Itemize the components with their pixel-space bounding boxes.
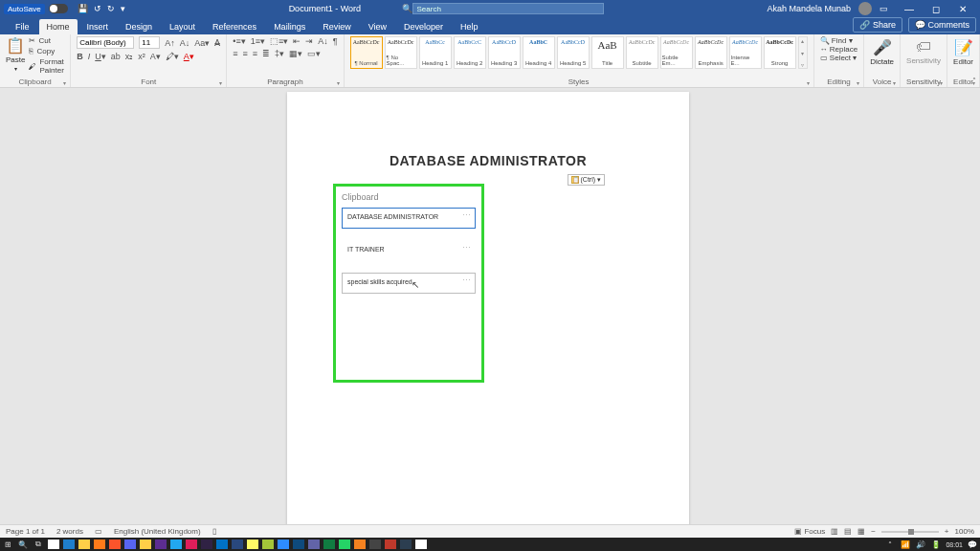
tray-notifications-icon[interactable]: 💬 (967, 540, 978, 549)
style-heading1[interactable]: AaBbCcHeading 1 (419, 36, 452, 69)
taskbar-app-icon[interactable] (293, 540, 304, 549)
taskbar-app-icon[interactable] (155, 540, 167, 549)
taskbar-app-icon[interactable] (308, 540, 320, 549)
start-button[interactable]: ⊞ (2, 540, 13, 549)
clipboard-item-menu-icon[interactable]: ⋯ (462, 210, 472, 220)
tab-file[interactable]: File (8, 19, 37, 34)
clipboard-item-3[interactable]: special skills acquired ⋯ ↖ (342, 273, 476, 294)
focus-button[interactable]: ▣ Focus (794, 527, 825, 536)
web-layout-icon[interactable]: ▦ (858, 527, 865, 536)
taskbar-app-icon[interactable] (278, 540, 289, 549)
underline-icon[interactable]: U▾ (95, 52, 106, 61)
taskbar-app-icon[interactable] (415, 540, 427, 549)
paste-options-button[interactable]: 📋 (Ctrl) ▾ (568, 174, 606, 186)
taskbar-app-icon[interactable] (262, 540, 274, 549)
zoom-out-icon[interactable]: − (871, 527, 876, 536)
font-color-icon[interactable]: A▾ (184, 52, 194, 61)
taskbar-app-icon[interactable] (48, 540, 59, 549)
zoom-slider[interactable] (881, 531, 939, 533)
clear-format-icon[interactable]: A̶ (214, 38, 220, 48)
print-layout-icon[interactable]: ▤ (844, 527, 852, 536)
taskbar-search-icon[interactable]: 🔍 (17, 540, 29, 549)
taskbar-app-icon[interactable] (232, 540, 243, 549)
clipboard-item-2[interactable]: IT TRAINER ⋯ (342, 240, 476, 261)
italic-icon[interactable]: I (88, 52, 91, 61)
taskbar-app-icon[interactable] (94, 540, 105, 549)
tab-design[interactable]: Design (118, 19, 160, 34)
status-language[interactable]: English (United Kingdom) (114, 527, 201, 536)
taskbar-app-icon[interactable] (109, 540, 121, 549)
styles-gallery[interactable]: AaBbCcDc¶ Normal AaBbCcDc¶ No Spac... Aa… (350, 36, 808, 69)
style-heading4[interactable]: AaBbCHeading 4 (523, 36, 555, 69)
taskbar-app-icon[interactable] (140, 540, 151, 549)
shrink-font-icon[interactable]: A↓ (180, 38, 190, 48)
style-heading3[interactable]: AaBbCcDHeading 3 (488, 36, 521, 69)
tab-help[interactable]: Help (453, 19, 486, 34)
numbering-icon[interactable]: 1≡▾ (251, 36, 265, 46)
style-heading5[interactable]: AaBbCcDHeading 5 (557, 36, 590, 69)
tray-volume-icon[interactable]: 🔊 (915, 540, 926, 549)
clipboard-item-menu-icon[interactable]: ⋯ (462, 276, 472, 285)
line-spacing-icon[interactable]: ‡▾ (275, 49, 284, 58)
style-no-spacing[interactable]: AaBbCcDc¶ No Spac... (385, 36, 417, 69)
format-painter-button[interactable]: 🖌 Format Painter (29, 57, 64, 75)
tab-mailings[interactable]: Mailings (266, 19, 313, 34)
taskbar-app-icon[interactable] (216, 540, 228, 549)
tray-chevron-icon[interactable]: ˄ (884, 540, 896, 549)
tab-view[interactable]: View (361, 19, 394, 34)
style-heading2[interactable]: AaBbCcCHeading 2 (454, 36, 486, 69)
borders-icon[interactable]: ▭▾ (307, 49, 321, 58)
style-normal[interactable]: AaBbCcDc¶ Normal (350, 36, 383, 69)
document-page[interactable]: DATABASE ADMINISTRATOR 📋 (Ctrl) ▾ Clipbo… (287, 92, 689, 538)
taskbar-app-icon[interactable] (323, 540, 335, 549)
indent-inc-icon[interactable]: ⇥ (305, 36, 313, 46)
styles-more-button[interactable]: ▴▾▿ (798, 36, 808, 69)
taskbar-app-icon[interactable] (78, 540, 90, 549)
clipboard-item-1[interactable]: DATABASE ADMINISTRATOR ⋯ (342, 208, 476, 229)
paste-button[interactable]: 📋 Paste▾ (6, 36, 25, 72)
tab-insert[interactable]: Insert (79, 19, 117, 34)
replace-button[interactable]: ↔ Replace (820, 45, 858, 54)
align-left-icon[interactable]: ≡ (233, 49, 237, 58)
taskbar-app-icon[interactable] (63, 540, 75, 549)
style-strong[interactable]: AaBbCcDcStrong (764, 36, 796, 69)
ribbon-display-icon[interactable]: ▭ (880, 4, 888, 13)
avatar[interactable] (858, 2, 872, 15)
copy-button[interactable]: ⎘ Copy (29, 47, 64, 55)
editor-button[interactable]: Editor (953, 57, 973, 66)
strike-icon[interactable]: ab (111, 52, 121, 61)
style-subtitle[interactable]: AaBbCcDcSubtitle (626, 36, 658, 69)
taskbar-app-icon[interactable] (339, 540, 350, 549)
style-intense-emphasis[interactable]: AaBbCcDcIntense E... (729, 36, 762, 69)
clipboard-item-menu-icon[interactable]: ⋯ (462, 243, 472, 253)
group-label-paragraph[interactable]: Paragraph (233, 77, 337, 87)
find-button[interactable]: 🔍 Find ▾ (820, 36, 858, 45)
close-button[interactable]: ✕ (949, 4, 976, 14)
save-icon[interactable]: 💾 (78, 4, 88, 13)
autosave-toggle[interactable] (49, 4, 68, 13)
read-mode-icon[interactable]: ▥ (831, 527, 838, 536)
dictate-icon[interactable]: 🎤 (873, 38, 892, 56)
comments-button[interactable]: 💬 Comments (908, 17, 976, 33)
status-page[interactable]: Page 1 of 1 (6, 527, 45, 536)
bullets-icon[interactable]: •≡▾ (233, 36, 245, 46)
style-title[interactable]: AaBTitle (591, 36, 624, 69)
select-button[interactable]: ▭ Select ▾ (820, 54, 858, 62)
taskbar-app-icon[interactable] (170, 540, 182, 549)
taskbar-app-icon[interactable] (400, 540, 412, 549)
zoom-value[interactable]: 100% (955, 527, 974, 536)
highlight-icon[interactable]: 🖍▾ (166, 52, 179, 61)
group-label-styles[interactable]: Styles (350, 77, 808, 87)
bold-icon[interactable]: B (77, 52, 83, 61)
minimize-button[interactable]: — (896, 4, 923, 14)
multilevel-icon[interactable]: ⬚≡▾ (270, 36, 288, 46)
taskbar-app-icon[interactable] (385, 540, 396, 549)
tray-wifi-icon[interactable]: 📶 (900, 540, 911, 549)
task-view-icon[interactable]: ⧉ (33, 540, 44, 549)
tab-layout[interactable]: Layout (162, 19, 203, 34)
sort-icon[interactable]: A↓ (318, 36, 328, 46)
tray-battery-icon[interactable]: 🔋 (930, 540, 942, 549)
group-label-font[interactable]: Font (77, 77, 220, 87)
taskbar-app-icon[interactable] (247, 540, 258, 549)
undo-icon[interactable]: ↺ (94, 4, 101, 13)
